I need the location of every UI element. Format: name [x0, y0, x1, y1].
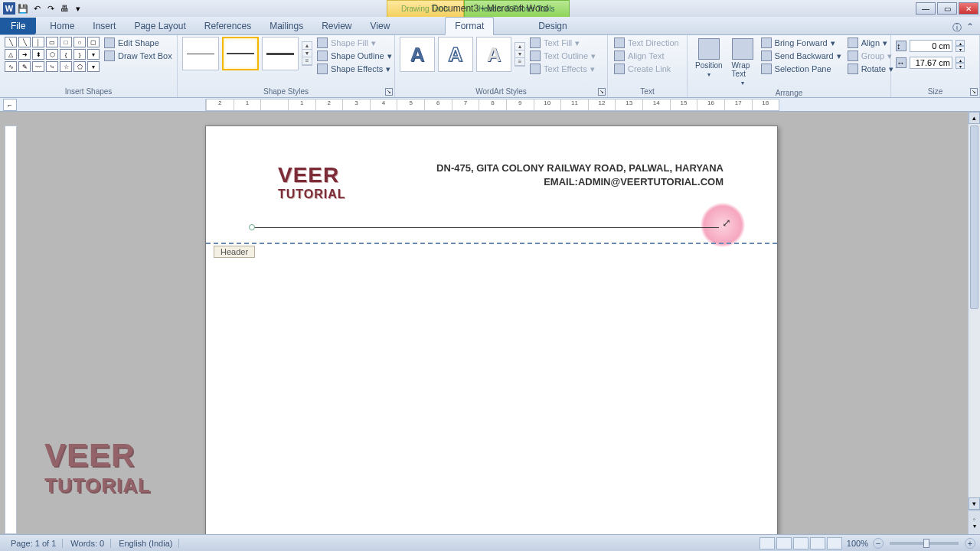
- save-icon[interactable]: 💾: [17, 2, 29, 15]
- wordart-gallery-more[interactable]: ▴▾≡: [514, 42, 525, 67]
- undo-icon[interactable]: ↶: [31, 2, 43, 15]
- style-gallery-more[interactable]: ▴▾≡: [302, 41, 312, 66]
- height-down[interactable]: ▾: [956, 46, 965, 52]
- tab-home[interactable]: Home: [41, 18, 83, 34]
- zoom-knob[interactable]: [923, 539, 929, 548]
- help-icon[interactable]: ⓘ: [952, 21, 962, 34]
- width-field[interactable]: ↔ ▴▾: [896, 57, 965, 69]
- tab-page-layout[interactable]: Page Layout: [125, 18, 194, 34]
- shape-rect-icon[interactable]: ▭: [46, 37, 58, 47]
- zoom-out-button[interactable]: −: [873, 538, 884, 549]
- wordart-launcher[interactable]: ↘: [598, 88, 606, 96]
- maximize-button[interactable]: ▭: [937, 2, 957, 15]
- shape-arrow2-icon[interactable]: ⬍: [32, 49, 44, 60]
- header-area[interactable]: VEER TUTORIAL DN-475, GITA COLONY RAILWA…: [206, 126, 777, 189]
- height-up[interactable]: ▴: [956, 40, 965, 46]
- view-outline-icon[interactable]: [810, 537, 825, 549]
- close-button[interactable]: ✕: [959, 2, 978, 15]
- zoom-level[interactable]: 100%: [844, 539, 871, 548]
- shape-curve-icon[interactable]: ∿: [5, 61, 17, 72]
- tab-design[interactable]: Design: [529, 18, 576, 34]
- shape-free-icon[interactable]: ✎: [18, 61, 31, 72]
- height-field[interactable]: ↕ ▴▾: [896, 40, 965, 52]
- shape-styles-launcher[interactable]: ↘: [385, 88, 393, 96]
- horizontal-ruler[interactable]: 21123456789101112131415161718: [205, 99, 779, 111]
- align-text-button[interactable]: Align Text: [612, 50, 681, 62]
- wordart-gallery[interactable]: A A A ▴▾≡: [400, 37, 525, 72]
- send-backward-button[interactable]: Send Backward ▾: [760, 50, 843, 62]
- qat-dropdown-icon[interactable]: ▾: [72, 2, 84, 15]
- style-swatch-1[interactable]: [182, 37, 219, 70]
- create-link-button[interactable]: Create Link: [612, 63, 681, 75]
- rotation-handle-icon[interactable]: ⤢: [722, 217, 731, 229]
- zoom-in-button[interactable]: +: [965, 538, 975, 549]
- tab-selector[interactable]: ⌐: [3, 99, 17, 111]
- status-page[interactable]: Page: 1 of 1: [5, 539, 63, 548]
- bring-forward-button[interactable]: Bring Forward ▾: [760, 37, 843, 49]
- shape-brace-icon[interactable]: {: [60, 49, 72, 60]
- tab-file[interactable]: File: [0, 18, 36, 34]
- shape-brace2-icon[interactable]: }: [74, 49, 86, 60]
- draw-text-box-button[interactable]: Draw Text Box: [103, 50, 174, 62]
- page[interactable]: VEER TUTORIAL DN-475, GITA COLONY RAILWA…: [205, 126, 778, 534]
- status-language[interactable]: English (India): [113, 539, 179, 548]
- shape-tri-icon[interactable]: △: [5, 49, 17, 60]
- wordart-swatch-1[interactable]: A: [400, 37, 435, 72]
- text-fill-button[interactable]: Text Fill ▾: [528, 37, 597, 49]
- text-outline-button[interactable]: Text Outline ▾: [528, 50, 597, 62]
- edit-shape-button[interactable]: Edit Shape: [103, 37, 174, 49]
- tab-view[interactable]: View: [361, 18, 400, 34]
- zoom-slider[interactable]: [890, 542, 959, 545]
- text-direction-button[interactable]: Text Direction: [612, 37, 681, 49]
- width-input[interactable]: [910, 57, 952, 69]
- text-effects-button[interactable]: Text Effects ▾: [528, 63, 597, 75]
- shape-scrib-icon[interactable]: 〰: [32, 61, 44, 72]
- shape-line2-icon[interactable]: ╲: [18, 37, 31, 47]
- scroll-down-icon[interactable]: ▾: [969, 497, 980, 510]
- wrap-text-button[interactable]: Wrap Text▾: [729, 37, 756, 88]
- shape-conn-icon[interactable]: ⤷: [46, 61, 58, 72]
- scroll-up-icon[interactable]: ▴: [969, 112, 980, 124]
- group-button[interactable]: Group ▾: [846, 50, 895, 62]
- align-button[interactable]: Align ▾: [846, 37, 895, 49]
- width-up[interactable]: ▴: [956, 57, 965, 63]
- shape-more-icon[interactable]: ▾: [87, 49, 100, 60]
- view-draft-icon[interactable]: [827, 537, 842, 549]
- print-icon[interactable]: 🖶: [58, 2, 70, 15]
- view-web-layout-icon[interactable]: [793, 537, 808, 549]
- shape-outline-button[interactable]: Shape Outline ▾: [315, 50, 394, 62]
- rotate-button[interactable]: Rotate ▾: [846, 63, 895, 75]
- wordart-swatch-3[interactable]: A: [476, 37, 511, 72]
- position-button[interactable]: Position▾: [692, 37, 726, 80]
- shape-square-icon[interactable]: □: [60, 37, 72, 47]
- minimize-ribbon-icon[interactable]: ⌃: [966, 21, 974, 34]
- size-launcher[interactable]: ↘: [970, 88, 978, 96]
- header-line-shape[interactable]: [252, 227, 719, 228]
- style-swatch-3[interactable]: [262, 37, 299, 70]
- vertical-scrollbar[interactable]: ▴ ▾ ◦▾: [968, 112, 980, 534]
- shape-handle[interactable]: [249, 224, 255, 230]
- shape-dropdown-icon[interactable]: ▾: [87, 61, 100, 72]
- selection-pane-button[interactable]: Selection Pane: [760, 63, 843, 75]
- tab-references[interactable]: References: [195, 18, 260, 34]
- tab-review[interactable]: Review: [312, 18, 361, 34]
- tab-format[interactable]: Format: [445, 17, 494, 35]
- shape-oval-icon[interactable]: ○: [74, 37, 86, 47]
- shapes-gallery[interactable]: ╲ ╲ │ ▭ □ ○ ▢ △ ➜ ⬍ ⬡ { } ▾ ∿ ✎ 〰 ⤷ ☆ ⬠: [5, 37, 100, 72]
- vertical-ruler[interactable]: [5, 126, 17, 534]
- shape-style-gallery[interactable]: ▴▾≡: [182, 37, 312, 70]
- tab-mailings[interactable]: Mailings: [260, 18, 312, 34]
- minimize-button[interactable]: —: [916, 2, 936, 15]
- view-print-layout-icon[interactable]: [760, 537, 775, 549]
- status-words[interactable]: Words: 0: [64, 539, 111, 548]
- shape-fill-button[interactable]: Shape Fill ▾: [315, 37, 394, 49]
- shape-effects-button[interactable]: Shape Effects ▾: [315, 63, 394, 75]
- tab-insert[interactable]: Insert: [83, 18, 125, 34]
- shape-line-icon[interactable]: ╲: [5, 37, 17, 47]
- shape-callout-icon[interactable]: ⬠: [74, 61, 86, 72]
- shape-rrect-icon[interactable]: ▢: [87, 37, 100, 47]
- height-input[interactable]: [910, 40, 952, 52]
- shape-arrow-icon[interactable]: ➜: [18, 49, 31, 60]
- style-swatch-2[interactable]: [222, 37, 259, 70]
- shape-line3-icon[interactable]: │: [32, 37, 44, 47]
